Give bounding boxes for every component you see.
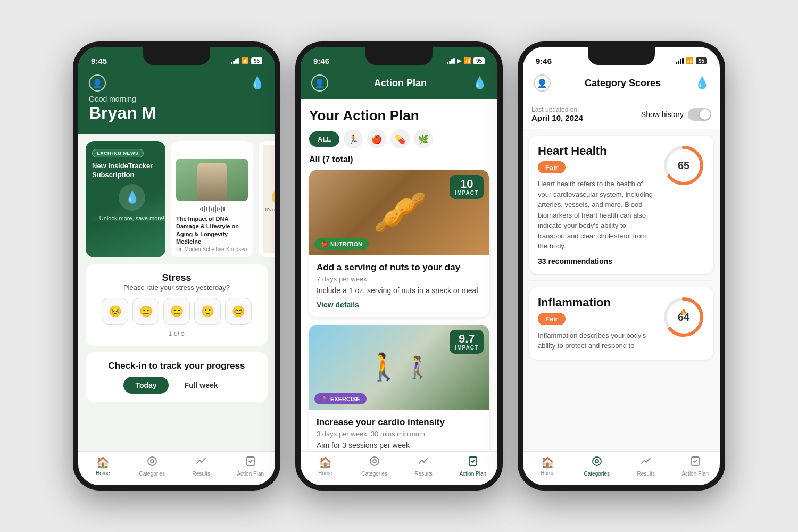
last-updated-date: April 10, 2024 bbox=[531, 113, 583, 122]
heart-health-card: Heart Health Fair Heart health refers to… bbox=[529, 136, 713, 274]
nuts-title: Add a serving of nuts to your day bbox=[317, 262, 481, 273]
stress-title: Stress bbox=[94, 272, 259, 284]
nuts-card-body: Add a serving of nuts to your day 7 days… bbox=[309, 255, 489, 317]
home-label-3: Home bbox=[541, 470, 555, 476]
location-icon-2: ▶ bbox=[457, 57, 461, 64]
news-subtitle: Unlock more, save more! bbox=[92, 215, 165, 221]
emoji-btn-5[interactable]: 😊 bbox=[225, 298, 252, 325]
time-2: 9:46 bbox=[313, 56, 329, 65]
exercise-description: Aim for 3 sessions per week bbox=[317, 441, 481, 450]
bottom-nav-3: 🏠 Home Categories Results Action Plan bbox=[523, 451, 720, 485]
heart-health-circle-wrap: 65 ♡ bbox=[662, 144, 705, 187]
nav-home-2[interactable]: 🏠 Home bbox=[301, 456, 350, 477]
inflammation-card: Inflammation Fair Inflammation describes… bbox=[529, 287, 713, 360]
history-toggle[interactable] bbox=[688, 108, 711, 121]
home-icon-3: 🏠 bbox=[541, 456, 554, 469]
greeting-1: Good morning bbox=[89, 95, 264, 103]
status-icons-2: ▶ 📶 95 bbox=[447, 57, 485, 64]
nuts-view-details[interactable]: View details bbox=[317, 301, 359, 309]
last-updated-label: Last updated on: bbox=[531, 106, 583, 113]
results-icon-1 bbox=[196, 456, 206, 469]
stress-subtitle: Please rate your stress yesterday? bbox=[94, 284, 259, 292]
all-label: All (7 total) bbox=[301, 155, 497, 170]
avatar-icon-1[interactable]: 👤 bbox=[89, 74, 106, 92]
impact-badge-exercise: 9.7 IMPACT bbox=[450, 330, 484, 354]
heart-icon: ♡ bbox=[681, 157, 687, 164]
drop-logo-2: 💧 bbox=[472, 76, 487, 90]
svg-point-10 bbox=[593, 457, 601, 466]
podcast-badge: PODCAST bbox=[176, 148, 209, 156]
home-icon-2: 🏠 bbox=[319, 456, 332, 469]
signal-1 bbox=[231, 58, 239, 64]
actionplan-label-3: Action Plan bbox=[681, 471, 709, 477]
phones-container: 9:45 📶 95 👤 💧 Good morning bbox=[62, 31, 736, 501]
nav-home-3[interactable]: 🏠 Home bbox=[523, 456, 572, 477]
phone-notch-2 bbox=[365, 47, 433, 65]
phone3-header: 👤 Category Scores 💧 bbox=[523, 70, 720, 99]
nav-actionplan-3[interactable]: Action Plan bbox=[671, 456, 720, 477]
emoji-btn-1[interactable]: 😣 bbox=[102, 298, 128, 325]
nav-actionplan-2[interactable]: Action Plan bbox=[448, 456, 498, 477]
nav-actionplan-1[interactable]: Action Plan bbox=[226, 456, 276, 477]
heart-health-left: Heart Health Fair Heart health refers to… bbox=[538, 144, 654, 265]
filter-supplement[interactable]: 💊 bbox=[390, 129, 410, 148]
stress-section: Stress Please rate your stress yesterday… bbox=[86, 264, 268, 346]
divider-1 bbox=[529, 280, 713, 281]
tab-fullweek[interactable]: Full week bbox=[173, 377, 230, 394]
heart-health-recs: 33 recommendations bbox=[538, 257, 654, 265]
phone3-header-title: Category Scores bbox=[585, 78, 661, 89]
nav-categories-2[interactable]: Categories bbox=[350, 456, 400, 477]
last-updated-bar: Last updated on: April 10, 2024 Show his… bbox=[523, 99, 720, 129]
filter-tabs: ALL 🏃 🍎 💊 🌿 bbox=[301, 129, 497, 155]
avatar-icon-3[interactable]: 👤 bbox=[534, 74, 551, 92]
time-1: 9:45 bbox=[91, 56, 107, 65]
tab-today[interactable]: Today bbox=[123, 377, 168, 394]
avatar-icon-2[interactable]: 👤 bbox=[311, 74, 328, 92]
inflammation-circle: 64 🔥 bbox=[662, 296, 705, 338]
nav-results-1[interactable]: Results bbox=[177, 456, 226, 477]
inflammation-left: Inflammation Fair Inflammation describes… bbox=[538, 296, 654, 351]
nav-home-1[interactable]: 🏠 Home bbox=[78, 456, 128, 477]
nuts-image: 🥜 🥜 🥜 10 IMPACT 🍎 NU bbox=[309, 170, 489, 255]
news-logo: 💧 bbox=[119, 184, 145, 211]
svg-point-11 bbox=[595, 460, 598, 463]
emoji-btn-3[interactable]: 😑 bbox=[163, 298, 190, 325]
news-card[interactable]: EXCITING NEWS New InsideTracker Subscrip… bbox=[86, 141, 165, 257]
phone-2: 9:46 ▶ 📶 95 👤 Action Plan 💧 bbox=[295, 41, 503, 491]
nav-results-3[interactable]: Results bbox=[621, 456, 671, 477]
nav-results-2[interactable]: Results bbox=[399, 456, 448, 477]
impact-label-exercise: IMPACT bbox=[455, 345, 478, 351]
actionplan-label-2: Action Plan bbox=[459, 471, 486, 477]
emoji-btn-2[interactable]: 😐 bbox=[132, 298, 159, 325]
impact-number-nuts: 10 bbox=[455, 178, 478, 190]
filter-exercise[interactable]: 🏃 bbox=[344, 129, 363, 148]
filter-lifestyle[interactable]: 🌿 bbox=[414, 129, 433, 148]
heart-health-title: Heart Health bbox=[538, 144, 654, 158]
header-icons-1: 👤 💧 bbox=[89, 74, 264, 95]
phone1-header: 👤 💧 Good morning Bryan M bbox=[78, 70, 275, 134]
filter-all[interactable]: ALL bbox=[309, 131, 339, 147]
nav-categories-3[interactable]: Categories bbox=[572, 456, 622, 477]
categories-label-1: Categories bbox=[139, 471, 165, 477]
stress-count: 1 of 5 bbox=[94, 330, 259, 337]
show-history[interactable]: Show history bbox=[641, 108, 711, 121]
news-title: New InsideTracker Subscription bbox=[92, 162, 165, 180]
phone2-header-title: Action Plan bbox=[374, 78, 427, 89]
svg-point-1 bbox=[151, 460, 154, 463]
emoji-btn-4[interactable]: 🙂 bbox=[194, 298, 221, 325]
filter-nutrition[interactable]: 🍎 bbox=[367, 129, 386, 148]
categories-icon-2 bbox=[369, 456, 380, 469]
third-card[interactable]: It's n... chec... bbox=[259, 141, 275, 257]
nav-categories-1[interactable]: Categories bbox=[128, 456, 177, 477]
inflammation-header: Inflammation Fair Inflammation describes… bbox=[538, 296, 705, 351]
nuts-frequency: 7 days per week bbox=[317, 275, 481, 283]
home-icon-1: 🏠 bbox=[96, 456, 110, 469]
categories-label-3: Categories bbox=[584, 471, 610, 477]
phone3-scroll[interactable]: Last updated on: April 10, 2024 Show his… bbox=[523, 99, 720, 451]
time-3: 9:46 bbox=[536, 56, 552, 65]
podcast-card[interactable]: PODCAST bbox=[171, 141, 253, 257]
battery-1: 95 bbox=[251, 57, 262, 64]
exercise-title: Increase your cardio intensity bbox=[317, 417, 481, 428]
phone1-scroll[interactable]: EXCITING NEWS New InsideTracker Subscrip… bbox=[78, 134, 275, 451]
phone2-scroll[interactable]: Your Action Plan ALL 🏃 🍎 💊 🌿 All (7 tota… bbox=[301, 99, 497, 451]
